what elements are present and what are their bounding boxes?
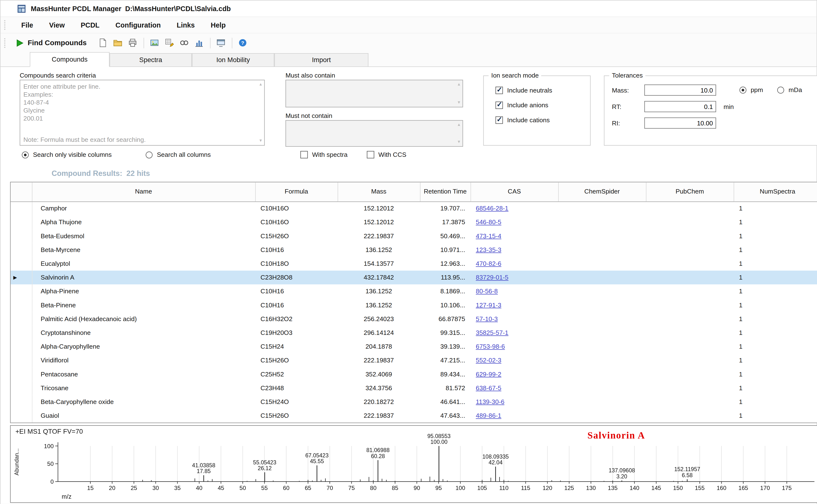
- rings-icon[interactable]: [178, 36, 191, 49]
- table-row[interactable]: Beta-EudesmolC15H26O222.1983750.469...47…: [11, 229, 817, 243]
- cas-link[interactable]: 123-35-3: [476, 246, 501, 254]
- rt-input[interactable]: [644, 101, 716, 112]
- structure-editor-icon[interactable]: [163, 36, 176, 49]
- cas-link[interactable]: 83729-01-5: [476, 274, 508, 281]
- table-row[interactable]: ▶Salvinorin AC23H28O8432.17842113.95...8…: [11, 271, 817, 284]
- table-row[interactable]: CryptotanshinoneC19H20O3296.1412499.315.…: [11, 326, 817, 340]
- cas-link[interactable]: 35825-57-1: [476, 329, 508, 337]
- cas-link[interactable]: 629-99-2: [476, 370, 501, 378]
- cas-link[interactable]: 80-56-8: [476, 288, 498, 295]
- scroll-down-icon[interactable]: ▼: [457, 140, 461, 144]
- scroll-up-icon[interactable]: ▲: [259, 82, 262, 87]
- peak-mz-label: 41.03858: [192, 462, 215, 468]
- tab-spectra[interactable]: Spectra: [109, 53, 192, 66]
- column-header-chemspider[interactable]: ChemSpider: [558, 182, 646, 202]
- scroll-up-icon[interactable]: ▲: [457, 123, 461, 127]
- checkbox-include-anions[interactable]: Include anions: [495, 101, 552, 109]
- cas-link[interactable]: 127-91-3: [476, 301, 501, 309]
- cell-pubchem: [646, 395, 734, 409]
- cas-link[interactable]: 1139-30-6: [476, 398, 504, 406]
- table-row[interactable]: Palmitic Acid (Hexadecanoic acid)C16H32O…: [11, 312, 817, 326]
- cas-link[interactable]: 638-67-5: [476, 384, 501, 392]
- scroll-up-icon[interactable]: ▲: [457, 82, 461, 87]
- tolerances-label: Tolerances: [609, 72, 645, 79]
- cell-formula: C10H16: [255, 298, 338, 312]
- radio-button-icon: [777, 86, 784, 94]
- table-row[interactable]: Alpha-CaryophylleneC15H24204.187839.139.…: [11, 340, 817, 353]
- window-icon[interactable]: [214, 36, 228, 49]
- radio-ppm[interactable]: ppm: [739, 86, 763, 94]
- x-tick-label: 80: [370, 485, 376, 491]
- table-row[interactable]: EucalyptolC10H18O154.1357712.963...470-8…: [11, 257, 817, 271]
- menu-item-pcdl[interactable]: PCDL: [73, 21, 108, 29]
- cas-link[interactable]: 470-82-6: [476, 260, 501, 267]
- table-row[interactable]: TricosaneC23H48324.375681.572638-67-51: [11, 381, 817, 395]
- column-header-formula[interactable]: Formula: [255, 182, 338, 202]
- cas-link[interactable]: 57-10-3: [476, 315, 498, 323]
- checkbox-with-spectra[interactable]: With spectra: [300, 151, 347, 158]
- bar-chart-icon[interactable]: [192, 36, 206, 49]
- cell-chemspider: [558, 229, 646, 243]
- cell-name: Tricosane: [32, 381, 255, 395]
- table-row[interactable]: PentacosaneC25H52352.406989.434...629-99…: [11, 367, 817, 381]
- cell-name: Beta-Caryophyllene oxide: [32, 395, 255, 409]
- table-row[interactable]: Beta-Caryophyllene oxideC15H24O220.18272…: [11, 395, 817, 409]
- menu-item-links[interactable]: Links: [169, 21, 203, 29]
- menu-item-configuration[interactable]: Configuration: [108, 21, 169, 29]
- ri-input[interactable]: [644, 117, 716, 129]
- radio-mda[interactable]: mDa: [777, 86, 802, 94]
- row-selector: [11, 284, 32, 298]
- checkbox-with-ccs[interactable]: With CCS: [367, 151, 406, 158]
- placeholder-line: Glycine: [23, 107, 257, 115]
- image-icon[interactable]: [148, 36, 162, 49]
- must-not-contain-input[interactable]: ▲ ▼: [285, 120, 463, 147]
- table-row[interactable]: Alpha ThujoneC10H16O152.1201217.3875546-…: [11, 215, 817, 229]
- cell-mass: 136.1252: [338, 284, 420, 298]
- checkbox-include-neutrals[interactable]: Include neutrals: [495, 87, 552, 94]
- table-row[interactable]: Beta-MyrceneC10H16136.125210.971...123-3…: [11, 243, 817, 257]
- search-criteria-input[interactable]: Enter one attribute per line.Examples:14…: [20, 80, 265, 146]
- scroll-down-icon[interactable]: ▼: [259, 139, 262, 143]
- toolbar-separator: [144, 37, 144, 48]
- menu-item-help[interactable]: Help: [203, 21, 234, 29]
- table-row[interactable]: CamphorC10H16O152.1201219.707...68546-28…: [11, 202, 817, 215]
- peak-abundance-label: 17.85: [197, 468, 211, 474]
- menu-item-file[interactable]: File: [13, 21, 41, 29]
- cell-chemspider: [558, 271, 646, 284]
- row-selector: [11, 381, 32, 395]
- find-compounds-button[interactable]: Find Compounds: [13, 39, 91, 47]
- x-tick-label: 170: [760, 485, 770, 491]
- cas-link[interactable]: 68546-28-1: [476, 205, 508, 212]
- cas-link[interactable]: 489-86-1: [476, 412, 501, 419]
- radio-search-all-columns[interactable]: Search all columns: [146, 151, 211, 158]
- column-header-name[interactable]: Name: [32, 182, 255, 202]
- table-row[interactable]: ViridiflorolC15H26O222.1983747.215...552…: [11, 353, 817, 367]
- must-also-contain-input[interactable]: ▲ ▼: [285, 80, 463, 107]
- tab-compounds[interactable]: Compounds: [30, 52, 109, 67]
- table-row[interactable]: GuaiolC15H26O222.1983747.643...489-86-11: [11, 409, 817, 423]
- table-row[interactable]: Beta-PineneC10H16136.125210.106...127-91…: [11, 298, 817, 312]
- tab-ion-mobility[interactable]: Ion Mobility: [192, 53, 274, 66]
- column-header-cas[interactable]: CAS: [470, 182, 558, 202]
- column-header-mass[interactable]: Mass: [338, 182, 420, 202]
- new-document-icon[interactable]: [96, 36, 110, 49]
- cas-link[interactable]: 6753-98-6: [476, 343, 505, 350]
- menu-item-view[interactable]: View: [41, 21, 73, 29]
- tab-import[interactable]: Import: [274, 53, 368, 66]
- open-folder-icon[interactable]: [111, 36, 125, 49]
- print-icon[interactable]: [126, 36, 140, 49]
- scroll-down-icon[interactable]: ▼: [457, 101, 461, 105]
- column-header-numspectra[interactable]: NumSpectra: [734, 182, 817, 202]
- cas-link[interactable]: 473-15-4: [476, 232, 501, 240]
- cas-link[interactable]: 546-80-5: [476, 218, 501, 226]
- cas-link[interactable]: 552-02-3: [476, 357, 501, 364]
- mass-input[interactable]: [644, 85, 716, 96]
- play-icon: [15, 39, 24, 47]
- column-header-retention-time[interactable]: Retention Time: [420, 182, 470, 202]
- column-header-pubchem[interactable]: PubChem: [646, 182, 734, 202]
- radio-search-only-visible-columns[interactable]: Search only visible columns: [22, 151, 112, 158]
- cell-name: Pentacosane: [32, 367, 255, 381]
- help-icon[interactable]: ?: [236, 36, 250, 49]
- checkbox-include-cations[interactable]: Include cations: [495, 116, 552, 124]
- table-row[interactable]: Alpha-PineneC10H16136.12528.1869...80-56…: [11, 284, 817, 298]
